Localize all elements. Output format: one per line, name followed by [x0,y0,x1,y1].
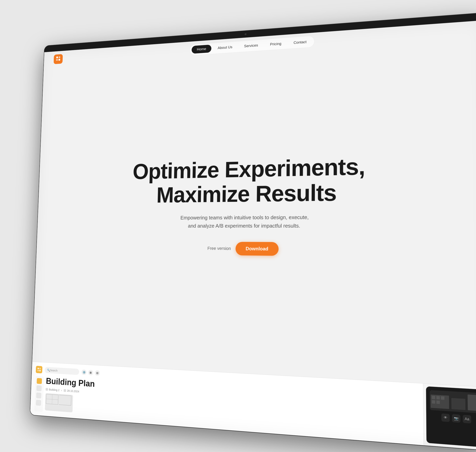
panel-eye-icon[interactable]: 👁 [441,413,450,422]
logo-box[interactable] [54,54,63,64]
building-icon [46,388,48,391]
settings-icon[interactable]: ⚙️ [81,369,87,375]
bottom-app-right: 👁 📷 Aa [426,386,476,448]
sidebar-item-3[interactable] [36,392,41,399]
sidebar-item-4[interactable] [36,400,41,406]
download-button[interactable]: Download [235,242,279,256]
app-logo-small [36,366,42,373]
svg-rect-21 [436,396,440,399]
svg-rect-4 [38,368,39,369]
svg-rect-11 [46,399,52,404]
camera-dot [245,33,247,35]
hero-title-line1: Optimize Experiments, [133,153,365,184]
svg-rect-23 [432,400,435,404]
svg-rect-2 [56,59,58,61]
svg-rect-24 [436,400,440,404]
svg-rect-6 [38,370,39,371]
scene: Home About Us Services Pricing Contact O… [0,0,476,452]
search-icon: 🔍 [47,369,50,372]
nav-item-about[interactable]: About Us [212,43,238,52]
monitor: Home About Us Services Pricing Contact O… [30,13,476,450]
hero-subtitle: Empowering teams with intuitive tools to… [176,213,313,230]
hero-title: Optimize Experiments, Maximize Results [132,154,365,207]
svg-rect-9 [46,394,52,399]
svg-rect-22 [441,396,444,400]
nav-item-pricing[interactable]: Pricing [265,39,287,49]
toolbar-icons: ⚙️ ⊞ ⊟ [81,369,100,376]
floor-plan-preview [45,393,73,412]
hero-title-line2: Maximize Results [156,180,336,207]
svg-rect-10 [52,394,58,400]
nav-item-home[interactable]: Home [192,45,211,54]
svg-rect-18 [451,398,465,410]
app-sidebar [34,376,44,412]
svg-rect-1 [59,56,60,58]
panel-icons-row: 👁 📷 Aa [430,412,476,424]
breadcrumb-building: Building 2 [46,388,60,392]
panel-thumbnail-img [429,390,476,413]
search-placeholder: Search [50,369,58,372]
svg-rect-5 [40,368,41,369]
nav-item-services[interactable]: Services [239,41,264,51]
layout-icon[interactable]: ⊟ [95,370,100,376]
svg-rect-0 [56,56,58,58]
breadcrumb-building-label: Building 2 [49,388,60,392]
cta-row: Free version Download [207,242,279,256]
panel-text-icon[interactable]: Aa [463,415,471,424]
sidebar-item-1[interactable] [37,378,42,384]
breadcrumb-date: 28.10.2024 [64,389,79,393]
search-bar[interactable]: 🔍 Search [45,367,79,375]
svg-rect-7 [40,370,41,371]
logo-icon [55,55,61,63]
breadcrumb-separator: › [61,389,62,392]
svg-line-15 [59,405,71,405]
hero-section: Optimize Experiments, Maximize Results E… [32,20,476,387]
svg-line-14 [71,396,71,405]
breadcrumb-date-label: 28.10.2024 [67,389,79,393]
panel-thumbnail [429,390,476,413]
svg-line-13 [59,395,71,396]
free-version-label: Free version [208,246,231,251]
svg-rect-20 [432,396,435,399]
monitor-wrapper: Home About Us Services Pricing Contact O… [16,0,476,452]
grid-icon[interactable]: ⊞ [88,370,93,375]
screen: Home About Us Services Pricing Contact O… [30,20,476,451]
sidebar-item-2[interactable] [36,385,42,391]
calendar-icon [64,389,66,392]
svg-rect-12 [52,399,58,405]
svg-rect-3 [59,59,60,60]
svg-rect-19 [468,394,476,411]
nav-item-contact[interactable]: Contact [288,38,312,47]
panel-camera-icon[interactable]: 📷 [452,414,461,423]
